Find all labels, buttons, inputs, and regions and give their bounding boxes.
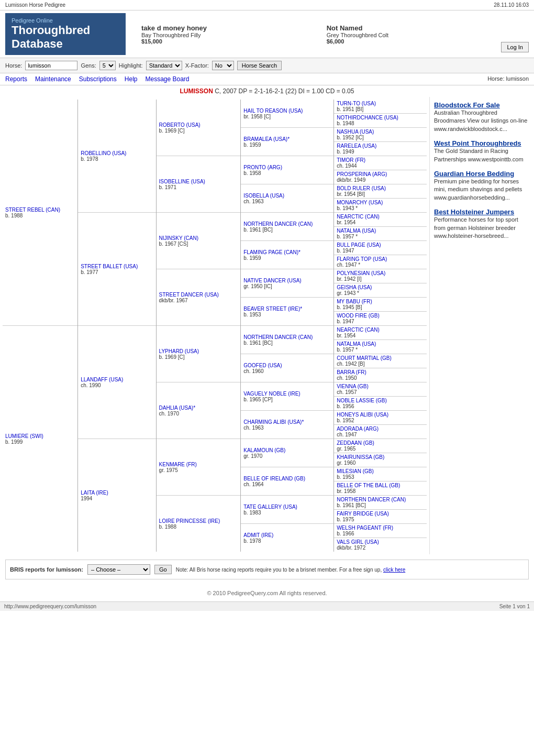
copyright: © 2010 PedigreeQuery.com All rights rese… — [207, 590, 327, 596]
bris-go-button[interactable]: Go — [154, 565, 172, 574]
gen5-link-28[interactable]: NORTHERN DANCER (CAN) — [337, 497, 406, 502]
gen5-link-21[interactable]: NOBLE LASSIE (GB) — [337, 398, 387, 403]
banner-horse1: take d money honey Bay Thoroughbred Fill… — [131, 13, 316, 55]
gen3-cell-1: ISOBELLINE (USA) b. 1971 — [156, 156, 241, 213]
gen4-link-2[interactable]: PRONTO (ARG) — [243, 165, 282, 170]
gen4-link-7[interactable]: BEAVER STREET (IRE)* — [243, 306, 302, 312]
horse-search-button[interactable]: Horse Search — [237, 61, 282, 70]
search-bar: Horse: Gens: 546 Highlight: StandardNone… — [0, 58, 534, 73]
sidebar: Bloodstock For Sale Australian Thoroughb… — [429, 97, 534, 554]
gen5-link-15[interactable]: WOOD FIRE (GB) — [337, 313, 380, 319]
sidebar-ad-guardian-title[interactable]: Guardian Horse Bedding — [434, 170, 530, 178]
gen3-link-2[interactable]: NIJINSKY (CAN) — [159, 235, 198, 241]
gen4-link-8[interactable]: NORTHERN DANCER (CAN) — [243, 334, 313, 340]
nav-message-board[interactable]: Message Board — [145, 75, 189, 83]
gen4-cell-4: NORTHERN DANCER (CAN) b. 1961 [BC] — [241, 213, 334, 241]
gen3-link-6[interactable]: KENMARE (FR) — [159, 462, 197, 467]
gen5-link-29[interactable]: FAIRY BRIDGE (USA) — [337, 511, 389, 517]
gen5-link-27[interactable]: BELLE OF THE BALL (GB) — [337, 483, 400, 488]
sidebar-ad-westpoint-title[interactable]: West Point Thoroughbreds — [434, 139, 530, 147]
gen2-cell-3: LAITA (IRE) 1994 — [78, 439, 156, 552]
gen4-link-13[interactable]: BELLE OF IRELAND (GB) — [243, 476, 305, 481]
sidebar-ad-westpoint-content: The Gold Standard in Racing Partnerships… — [434, 147, 530, 163]
gen4-link-12[interactable]: KALAMOUN (GB) — [243, 447, 285, 453]
gen3-link-1[interactable]: ISOBELLINE (USA) — [159, 179, 205, 184]
gen4-link-6[interactable]: NATIVE DANCER (USA) — [243, 278, 301, 283]
gen5-link-10[interactable]: BULL PAGE (USA) — [337, 242, 381, 248]
gen5-link-9[interactable]: NATALMA (USA) — [337, 228, 376, 234]
gen5-link-14[interactable]: MY BABU (FR) — [337, 299, 372, 304]
nav-reports[interactable]: Reports — [5, 75, 27, 83]
gen5-link-18[interactable]: COURT MARTIAL (GB) — [337, 355, 392, 361]
gen5-link-4[interactable]: TIMOR (FR) — [337, 157, 365, 163]
gen5-link-24[interactable]: ZEDDAAN (GB) — [337, 440, 374, 446]
gen4-link-1[interactable]: BRAMALEA (USA)* — [243, 136, 290, 142]
gen5-link-20[interactable]: VIENNA (GB) — [337, 384, 369, 389]
highlight-select[interactable]: StandardNone — [146, 61, 182, 70]
pedigree-title: LUMISSON C, 2007 DP = 2-1-16-2-1 (22) DI… — [0, 85, 534, 97]
gen5-link-0[interactable]: TURN-TO (USA) — [337, 101, 376, 106]
sidebar-ad-holsteiner-content: Performance horses for top sport from ge… — [434, 216, 530, 240]
login-button[interactable]: Log In — [501, 42, 529, 52]
gen5-link-6[interactable]: BOLD RULER (USA) — [337, 185, 386, 191]
sidebar-ad-bloodstock-title[interactable]: Bloodstock For Sale — [434, 101, 530, 109]
gen5-link-3[interactable]: RARELEA (USA) — [337, 143, 376, 149]
xfactor-select[interactable]: NoYes — [212, 61, 234, 70]
banner-horse2: Not Named Grey Thoroughbred Colt $6,000 — [321, 13, 496, 55]
gen5-link-25[interactable]: KHAIRUNISSA (GB) — [337, 454, 384, 460]
gen4-link-10[interactable]: VAGUELY NOBLE (IRE) — [243, 391, 300, 397]
gen4-link-9[interactable]: GOOFED (USA) — [243, 363, 282, 368]
horse-input[interactable] — [25, 61, 77, 70]
gen1-top-link[interactable]: STREET REBEL (CAN) — [5, 207, 60, 213]
gens-select[interactable]: 546 — [99, 61, 116, 70]
gens-label: Gens: — [81, 62, 96, 69]
nav-maintenance[interactable]: Maintenance — [35, 75, 71, 83]
gen5-link-31[interactable]: VALS GIRL (USA) — [337, 539, 379, 545]
gen5-link-26[interactable]: MILESIAN (GB) — [337, 468, 374, 474]
gen5-link-1[interactable]: NOTHIRDCHANCE (USA) — [337, 115, 398, 120]
gen4-link-4[interactable]: NORTHERN DANCER (CAN) — [243, 221, 313, 227]
gen3-link-3[interactable]: STREET DANCER (USA) — [159, 292, 219, 298]
gen5-cell-23: ADORADA (ARG) ch. 1947 — [334, 425, 427, 439]
gen5-link-13[interactable]: GEISHA (USA) — [337, 284, 372, 290]
nav-help[interactable]: Help — [125, 75, 138, 83]
gen2-link-3[interactable]: LAITA (IRE) — [81, 490, 108, 496]
gen5-link-8[interactable]: NEARCTIC (CAN) — [337, 214, 380, 220]
gen5-link-30[interactable]: WELSH PAGEANT (FR) — [337, 525, 393, 531]
gen5-link-7[interactable]: MONARCHY (USA) — [337, 200, 383, 205]
gen3-link-7[interactable]: LOIRE PRINCESSE (IRE) — [159, 518, 220, 524]
gen5-link-22[interactable]: HONEYS ALIBI (USA) — [337, 412, 388, 418]
gen4-link-3[interactable]: ISOBELLA (USA) — [243, 193, 284, 199]
gen4-link-11[interactable]: CHARMING ALIBI (USA)* — [243, 419, 304, 425]
gen2-link-0[interactable]: ROBELLINO (USA) — [81, 150, 126, 156]
gen5-link-17[interactable]: NATALMA (USA) — [337, 341, 376, 347]
gen4-cell-1: BRAMALEA (USA)* b. 1959 — [241, 128, 334, 156]
gen5-link-16[interactable]: NEARCTIC (CAN) — [337, 327, 380, 333]
gen4-link-14[interactable]: TATE GALLERY (USA) — [243, 504, 297, 510]
nav-subscriptions[interactable]: Subscriptions — [79, 75, 117, 83]
gen2-link-2[interactable]: LLANDAFF (USA) — [81, 377, 123, 382]
bris-select[interactable]: – Choose – Speed Ratings Past Performanc… — [87, 564, 150, 575]
gen5-link-12[interactable]: POLYNESIAN (USA) — [337, 270, 385, 276]
gen3-cell-5: DAHLIA (USA)* ch. 1970 — [156, 382, 241, 439]
gen1-top-cell: STREET REBEL (CAN) b. 1988 — [3, 100, 78, 326]
sidebar-ad-guardian-content: Premium pine bedding for horses mini, me… — [434, 178, 530, 202]
gen5-link-11[interactable]: FLARING TOP (USA) — [337, 256, 387, 262]
browser-page-info: Seite 1 von 1 — [499, 604, 530, 609]
gen2-link-1[interactable]: STREET BALLET (USA) — [81, 264, 138, 269]
gen3-cell-0: ROBERTO (USA) b. 1969 [C] — [156, 100, 241, 156]
gen4-link-0[interactable]: HAIL TO REASON (USA) — [243, 108, 303, 114]
gen5-link-23[interactable]: ADORADA (ARG) — [337, 426, 379, 432]
bris-note-link[interactable]: click here — [383, 567, 405, 573]
gen3-link-5[interactable]: DAHLIA (USA)* — [159, 405, 195, 411]
gen5-link-2[interactable]: NASHUA (USA) — [337, 129, 374, 135]
gen1-bottom-link[interactable]: LUMIERE (SWI) — [5, 433, 43, 439]
gen4-cell-3: ISOBELLA (USA) ch. 1963 — [241, 184, 334, 213]
sidebar-ad-holsteiner-title[interactable]: Best Holsteiner Jumpers — [434, 208, 530, 216]
gen3-link-4[interactable]: LYPHARD (USA) — [159, 348, 199, 354]
gen5-link-5[interactable]: PROSPERINA (ARG) — [337, 171, 387, 177]
gen5-link-19[interactable]: BARRA (FR) — [337, 369, 366, 375]
gen3-link-0[interactable]: ROBERTO (USA) — [159, 122, 201, 128]
gen4-link-5[interactable]: FLAMING PAGE (CAN)* — [243, 249, 301, 255]
gen4-link-15[interactable]: ADMIT (IRE) — [243, 532, 273, 538]
